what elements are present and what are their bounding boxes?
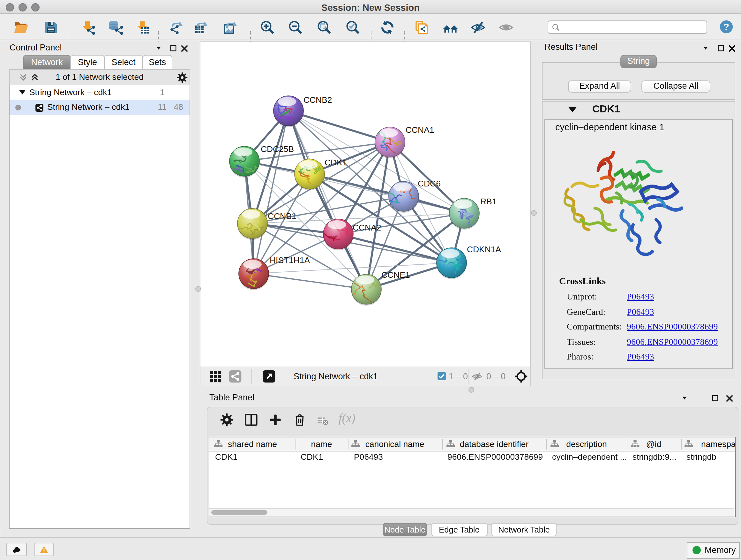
svg-text:?: ? — [724, 21, 729, 32]
svg-text:CDKN1A: CDKN1A — [467, 245, 501, 254]
svg-text:CCNA1: CCNA1 — [406, 125, 434, 135]
svg-text:CDC6: CDC6 — [418, 179, 441, 188]
svg-text:CCNB2: CCNB2 — [304, 95, 332, 105]
svg-text:CDK1: CDK1 — [325, 158, 347, 167]
svg-text:CCNE1: CCNE1 — [381, 270, 410, 280]
svg-text:CCNB1: CCNB1 — [268, 211, 296, 221]
svg-text:HIST1H1A: HIST1H1A — [270, 255, 310, 265]
svg-text:CDC25B: CDC25B — [261, 144, 294, 154]
svg-text:CCNA2: CCNA2 — [353, 223, 381, 233]
svg-text:RB1: RB1 — [480, 197, 496, 206]
